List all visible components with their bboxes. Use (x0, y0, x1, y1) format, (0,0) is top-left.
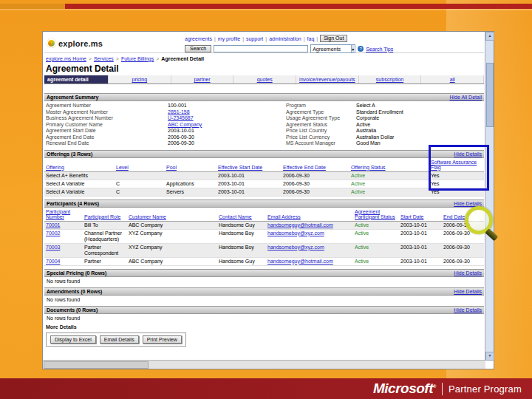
top-stripe-red (65, 4, 532, 9)
column-header-0[interactable]: Participant Number (44, 208, 83, 222)
vertical-scrollbar[interactable]: ▲ ▼ (485, 32, 494, 361)
breadcrumb-item-0[interactable]: explore.ms Home (46, 56, 86, 61)
section-header: Amendments (0 Rows) Hide Details (44, 287, 484, 296)
hide-details-link[interactable]: Hide Details (454, 289, 482, 294)
breadcrumb-item-1[interactable]: Services (94, 56, 114, 61)
hide-details-link[interactable]: Hide Details (454, 270, 482, 276)
page-content: explore.ms agreements|my profile|support… (44, 33, 484, 360)
hide-details-link[interactable]: Hide Details (454, 201, 482, 206)
separator: > (89, 56, 92, 61)
cell: Handsome Guy (217, 257, 266, 265)
breadcrumb-item-2[interactable]: Future Billings (121, 56, 154, 61)
field-value[interactable]: 2851-158 (168, 109, 190, 116)
search-input[interactable] (214, 45, 308, 52)
hscrollbar-thumb[interactable] (44, 361, 149, 369)
cell[interactable]: handsomeboy@xyz.com (266, 229, 353, 243)
search-scope-select[interactable]: Agreements ▾ (310, 44, 355, 53)
tab-2[interactable]: partner (171, 75, 234, 83)
cell[interactable]: 70002 (44, 229, 83, 243)
cell[interactable]: 70003 (44, 243, 83, 257)
table-row: 70004PartnerABC CompanyHandsome Guyhands… (44, 257, 484, 265)
offerings-table: OfferingLevelPoolEffective Start DateEff… (44, 159, 484, 197)
cell: Channel Partner (Headquarters) (83, 229, 127, 243)
top-nav-links: agreements|my profile|support|administra… (185, 36, 314, 41)
breadcrumb-item-3[interactable]: Agreement Detail (161, 56, 204, 61)
hide-details-link[interactable]: Hide Details (454, 307, 482, 313)
column-header-2[interactable]: Customer Name (127, 208, 217, 222)
nav-link-4[interactable]: faq (307, 36, 315, 41)
cell: 2003-10-01 (216, 188, 282, 196)
column-header-0[interactable]: Offering (44, 159, 115, 172)
breadcrumb: explore.ms Home>Services>Future Billings… (46, 55, 484, 61)
column-header-1[interactable]: Level (115, 159, 165, 172)
field-row: Price List CountryAustralia (286, 128, 484, 134)
summary-left-column: Agreement Number100-001Master Agreement … (46, 103, 286, 147)
section-title: Amendments (0 Rows) (47, 289, 102, 294)
column-header-3[interactable]: Effective Start Date (216, 159, 282, 172)
search-scope-value: Agreements (313, 47, 341, 52)
search-tips-link[interactable]: Search Tips (366, 47, 393, 52)
partner-program-label: Partner Program (449, 383, 522, 395)
column-header-2[interactable]: Pool (165, 159, 216, 172)
field-value: Standard Enrollment (356, 109, 403, 116)
sign-out-button[interactable]: Sign Out (320, 35, 347, 42)
column-header-4[interactable]: Email Address (266, 208, 353, 222)
table-row: Select A+ Benefits2003-10-012006-09-30Ac… (44, 171, 484, 180)
separator: > (156, 56, 159, 61)
column-header-5[interactable]: Agreement Participant Status (353, 208, 399, 222)
cell[interactable]: handsomeboy@xyz.com (266, 243, 353, 257)
nav-link-3[interactable]: administration (269, 36, 301, 41)
scrollbar-thumb[interactable] (486, 63, 494, 127)
cell: 2006-09-30 (442, 243, 484, 257)
logo-swirl-icon (47, 38, 56, 48)
field-row: ProgramSelect A (286, 103, 484, 109)
column-header-4[interactable]: Effective End Date (282, 159, 349, 172)
cell[interactable]: handsomeguy@hotmail.com (266, 257, 353, 265)
scroll-down-arrow[interactable]: ▼ (485, 352, 494, 361)
highlight-annotation-box (429, 145, 489, 191)
cell: Partner Correspondent (83, 243, 127, 257)
field-value[interactable]: ABC Company (168, 122, 202, 129)
tab-5[interactable]: subscription (359, 75, 422, 83)
hide-all-detail-link[interactable]: Hide All Detail (449, 95, 482, 100)
table-row: 70003Partner CorrespondentXYZ CompanyHan… (44, 243, 484, 257)
section-header: Participants (4 Rows) Hide Details (44, 200, 484, 208)
cell: Applications (165, 180, 216, 188)
cell[interactable]: 70004 (44, 257, 83, 265)
column-header-6[interactable]: Start Date (399, 208, 442, 222)
search-button[interactable]: Search (185, 45, 211, 52)
cell[interactable]: handsomeguy@hotmail.com (266, 221, 353, 229)
nav-link-0[interactable]: agreements (185, 36, 212, 41)
action-button-0[interactable]: Display to Excel (50, 335, 96, 344)
top-stripe-highlight (0, 9, 532, 10)
tab-4[interactable]: invoice/revenue/payouts (296, 75, 359, 83)
section-documents: Documents (0 Rows) Hide Details No rows … (44, 306, 484, 321)
column-header-5[interactable]: Offering Status (349, 159, 429, 172)
nav-link-2[interactable]: support (246, 36, 263, 41)
field-value: Good Man (356, 140, 381, 147)
nav-link-1[interactable]: my profile (218, 36, 240, 41)
table-row: 70001Bill ToABC CompanyHandsome Guyhands… (44, 221, 484, 229)
scroll-up-arrow[interactable]: ▲ (485, 32, 494, 41)
cell: Select A Variable (44, 180, 115, 188)
field-value[interactable]: U-2345687 (168, 115, 194, 122)
action-button-2[interactable]: Print Preview (143, 335, 182, 344)
cell[interactable]: 70001 (44, 221, 83, 229)
horizontal-scrollbar[interactable] (43, 360, 485, 369)
section-title: Documents (0 Rows) (47, 307, 98, 313)
tab-0[interactable]: agreement detail (44, 75, 109, 83)
tab-3[interactable]: quotes (233, 75, 296, 83)
column-header-3[interactable]: Contact Name (217, 208, 266, 222)
field-label: Agreement Type (286, 109, 356, 116)
column-header-1[interactable]: Participant Role (83, 208, 127, 222)
cell: 2003-10-01 (399, 221, 442, 229)
tab-6[interactable]: all (421, 75, 484, 83)
section-title: Agreement Summary (47, 95, 98, 100)
slide-footer: Microsoft® Partner Program (0, 378, 532, 399)
action-button-1[interactable]: Email Details (100, 335, 139, 344)
field-row: Primary Customer NameABC Company (46, 122, 286, 129)
tab-1[interactable]: pricing (109, 75, 171, 83)
summary-right-column: ProgramSelect AAgreement TypeStandard En… (286, 103, 484, 147)
field-row: Agreement TypeStandard Enrollment (286, 109, 484, 116)
browser-window: explore.ms agreements|my profile|support… (42, 31, 494, 369)
